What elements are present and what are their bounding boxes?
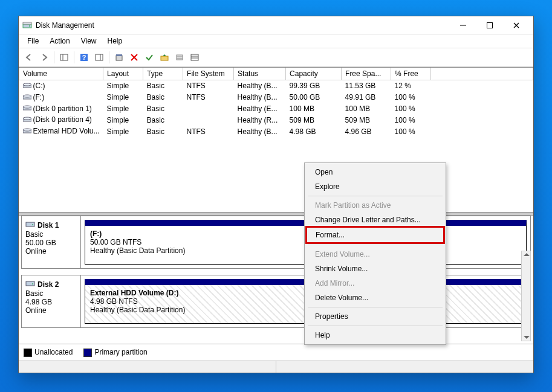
ctx-change-letter[interactable]: Change Drive Letter and Paths... [307, 213, 444, 227]
cell-free: 509 MB [342, 114, 391, 126]
list-view-button[interactable] [188, 51, 201, 64]
volume-list[interactable]: Volume Layout Type File System Status Ca… [19, 67, 533, 212]
disk-row: Disk 1Basic50.00 GBOnline(F:)50.00 GB NT… [21, 216, 531, 269]
col-type[interactable]: Type [143, 68, 183, 80]
close-button[interactable] [503, 17, 530, 34]
svg-point-25 [23, 83, 31, 86]
legend-unallocated: Unallocated [24, 348, 73, 357]
disk-state: Online [25, 247, 77, 255]
menu-view[interactable]: View [76, 36, 102, 47]
cell-fs: NTFS [183, 80, 234, 92]
app-icon [22, 21, 32, 30]
svg-point-33 [23, 129, 31, 131]
ctx-explore[interactable]: Explore [307, 179, 444, 194]
cell-layout: Simple [103, 92, 143, 103]
volume-icon [23, 127, 31, 136]
svg-rect-1 [23, 22, 31, 24]
volume-icon [23, 116, 31, 124]
column-headers[interactable]: Volume Layout Type File System Status Ca… [19, 68, 533, 80]
volume-icon [23, 94, 31, 102]
volume-name: (C:) [33, 82, 45, 90]
table-row[interactable]: (F:)SimpleBasicNTFSHealthy (B...50.00 GB… [19, 92, 533, 103]
cell-free: 4.96 GB [342, 126, 391, 137]
delete-button[interactable] [128, 51, 141, 64]
cell-status: Healthy (B... [234, 80, 286, 92]
cell-status: Healthy (E... [234, 103, 286, 115]
col-pctfree[interactable]: % Free [391, 68, 431, 80]
window-title: Disk Management [36, 21, 450, 30]
ctx-mark-active: Mark Partition as Active [307, 198, 444, 213]
show-hide-console-tree-button[interactable] [57, 51, 71, 64]
cell-pct: 100 % [391, 92, 431, 103]
context-menu: Open Explore Mark Partition as Active Ch… [304, 162, 446, 345]
cell-pct: 100 % [391, 126, 431, 137]
checkmark-button[interactable] [143, 51, 156, 64]
svg-rect-18 [177, 55, 183, 60]
menu-action[interactable]: Action [45, 36, 74, 47]
table-row[interactable]: (Disk 0 partition 4)SimpleBasicHealthy (… [19, 114, 533, 126]
menu-file[interactable]: File [22, 36, 44, 47]
svg-rect-7 [60, 54, 68, 60]
disk-label: Disk 1 [37, 221, 59, 230]
col-volume[interactable]: Volume [19, 68, 103, 80]
ctx-help[interactable]: Help [307, 328, 444, 342]
status-bar [19, 361, 533, 373]
col-layout[interactable]: Layout [103, 68, 143, 80]
cell-capacity: 50.00 GB [286, 92, 342, 103]
cell-status: Healthy (R... [234, 114, 286, 126]
col-capacity[interactable]: Capacity [286, 68, 342, 80]
table-row[interactable]: External HDD Volu...SimpleBasicNTFSHealt… [19, 126, 533, 137]
svg-text:?: ? [82, 54, 86, 61]
ctx-open[interactable]: Open [307, 165, 444, 179]
forward-button[interactable] [37, 51, 51, 64]
help-button[interactable]: ? [77, 51, 91, 64]
minimize-button[interactable] [450, 17, 476, 34]
volume-icon [23, 82, 31, 91]
toolbar-separator [74, 51, 74, 63]
ctx-shrink-volume[interactable]: Shrink Volume... [307, 262, 444, 276]
menubar: File Action View Help [19, 34, 533, 48]
cell-fs [183, 114, 234, 126]
properties-button[interactable] [112, 51, 126, 64]
table-row[interactable]: (C:)SimpleBasicNTFSHealthy (B...99.39 GB… [19, 80, 533, 92]
svg-rect-13 [116, 56, 122, 60]
disk-icon [25, 220, 35, 230]
disk-info-panel: Disk 2Basic4.98 GBOnline [22, 275, 81, 327]
col-filesystem[interactable]: File System [183, 68, 234, 80]
col-freespace[interactable]: Free Spa... [342, 68, 391, 80]
ctx-delete-volume[interactable]: Delete Volume... [307, 291, 444, 305]
disk-label: Disk 2 [37, 280, 59, 289]
action-pane-button[interactable] [93, 51, 106, 64]
cell-layout: Simple [103, 126, 143, 137]
back-button[interactable] [22, 51, 36, 64]
cell-free: 100 MB [342, 103, 391, 115]
svg-rect-17 [161, 56, 168, 60]
ctx-separator [308, 326, 443, 326]
menu-help[interactable]: Help [103, 36, 128, 47]
graphical-disk-view: Disk 1Basic50.00 GBOnline(F:)50.00 GB NT… [19, 216, 533, 344]
volume-name: External HDD Volu... [33, 127, 100, 135]
disk-state: Online [25, 306, 77, 315]
ctx-separator [308, 307, 443, 307]
table-row[interactable]: (Disk 0 partition 1)SimpleBasicHealthy (… [19, 103, 533, 115]
ctx-format[interactable]: Format... [305, 226, 445, 244]
cell-type: Basic [143, 92, 183, 103]
svg-rect-11 [96, 54, 103, 60]
volume-icon [23, 104, 31, 113]
settings-button[interactable] [173, 51, 186, 64]
folder-up-button[interactable] [158, 51, 171, 64]
cell-status: Healthy (B... [234, 126, 286, 137]
col-status[interactable]: Status [234, 68, 286, 80]
svg-point-31 [23, 117, 31, 120]
svg-point-2 [29, 25, 30, 27]
ctx-add-mirror: Add Mirror... [307, 276, 444, 291]
maximize-button[interactable] [476, 17, 503, 34]
svg-rect-34 [26, 222, 34, 227]
cell-status: Healthy (B... [234, 92, 286, 103]
disk-management-window: Disk Management File Action View Help ? [18, 16, 534, 373]
svg-rect-14 [116, 54, 122, 56]
vertical-scrollbar[interactable] [521, 251, 531, 341]
cell-type: Basic [143, 80, 183, 92]
cell-layout: Simple [103, 103, 143, 115]
ctx-properties[interactable]: Properties [307, 309, 444, 324]
